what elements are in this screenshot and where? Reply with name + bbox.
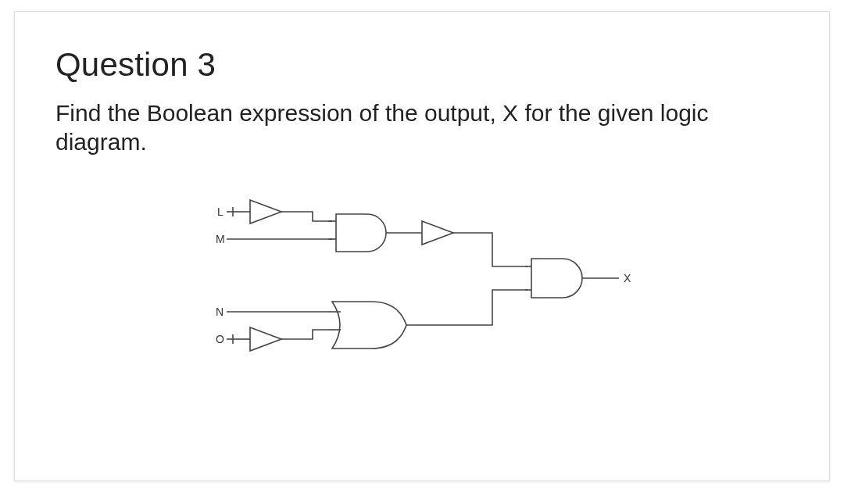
input-label-N: N	[216, 306, 224, 318]
wire-bufL-out	[281, 212, 336, 221]
and-gate-1-shape	[336, 214, 386, 252]
and-gate-final	[531, 259, 582, 298]
buffer-gate-mid	[422, 221, 453, 245]
output-label-X: X	[624, 272, 631, 284]
input-label-M: M	[216, 233, 225, 245]
input-label-L: L	[217, 206, 224, 218]
logic-diagram: L M N O X	[203, 184, 641, 380]
buffer-gate-L	[250, 200, 281, 223]
input-label-O: O	[216, 333, 224, 345]
wire-bufO-out	[281, 330, 332, 339]
wire-or-out	[406, 290, 531, 325]
question-prompt: Find the Boolean expression of the outpu…	[55, 99, 789, 156]
question-title: Question 3	[55, 46, 789, 84]
diagram-container: L M N O X	[55, 184, 789, 380]
or-gate-1	[332, 302, 406, 349]
buffer-gate-O	[250, 327, 281, 351]
question-card: Question 3 Find the Boolean expression o…	[14, 11, 830, 481]
wire-bufmid-out	[453, 233, 531, 266]
